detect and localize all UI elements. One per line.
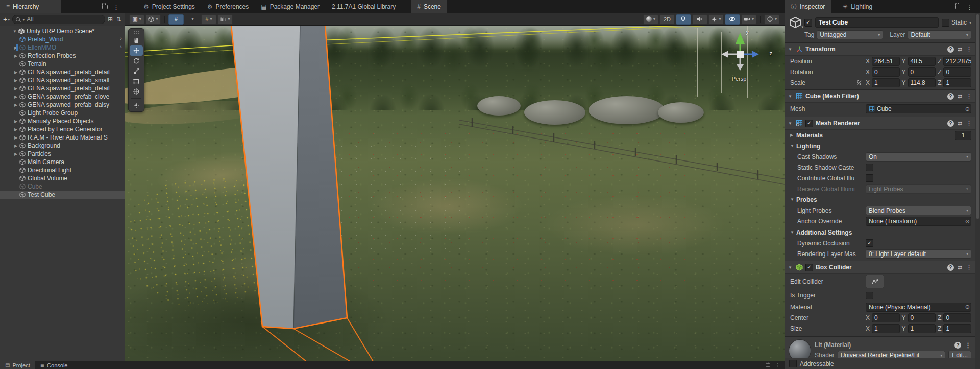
scale-z-field[interactable]: 1 xyxy=(943,78,971,87)
expand-arrow-icon[interactable]: ▶ xyxy=(12,78,19,83)
perspective-label[interactable]: Persp xyxy=(716,76,762,82)
size-z-field[interactable]: 1 xyxy=(943,324,971,333)
lock-icon[interactable] xyxy=(955,5,961,9)
hierarchy-item[interactable]: ▶GENA spawned_prefab_clove xyxy=(0,93,125,101)
mesh-filter-header[interactable]: ▼ Cube (Mesh Filter) ?⇄⋮ xyxy=(785,89,975,103)
hierarchy-item[interactable]: Directional Light xyxy=(0,166,125,174)
grid-visibility-dropdown[interactable]: ▾ xyxy=(185,14,200,25)
hierarchy-item[interactable]: Light Probe Group xyxy=(0,109,125,117)
center-x-field[interactable]: 0 xyxy=(872,313,900,322)
effects-toggle-button[interactable]: ▾ xyxy=(708,14,724,25)
tab-project[interactable]: ▤ Project xyxy=(0,361,35,369)
anchor-override-field[interactable]: None (Transform)⊙ xyxy=(866,217,971,226)
unlink-scale-icon[interactable] xyxy=(855,79,863,86)
x-axis-cone[interactable] xyxy=(721,51,728,58)
expand-arrow-icon[interactable]: ▶ xyxy=(12,95,19,99)
tab-console[interactable]: ≣ Console xyxy=(35,361,73,369)
cast-shadows-dropdown[interactable]: On▾ xyxy=(866,152,971,162)
scale-y-field[interactable]: 114.8 xyxy=(908,78,936,87)
rotation-y-field[interactable]: 0 xyxy=(908,67,936,77)
gizmo-center-cube[interactable] xyxy=(737,51,744,58)
edit-collider-button[interactable] xyxy=(866,275,884,288)
2d-toggle-button[interactable]: 2D xyxy=(659,14,675,25)
gizmos-dropdown-button[interactable]: ▾ xyxy=(764,14,779,25)
kebab-menu-icon[interactable]: ⋮ xyxy=(966,46,972,53)
draw-mode-button[interactable]: ▾ xyxy=(643,14,658,25)
expand-arrow-icon[interactable]: ▶ xyxy=(12,54,19,58)
rotation-z-field[interactable]: 0 xyxy=(943,67,971,77)
scrollbar-thumb[interactable] xyxy=(976,14,979,219)
tab-hierarchy[interactable]: ≡ Hierarchy xyxy=(0,0,61,13)
hierarchy-item[interactable]: ▶GENA spawned_prefab_small xyxy=(0,76,125,84)
kebab-menu-icon[interactable]: ⋮ xyxy=(965,342,971,349)
box-collider-header[interactable]: ▼ ✓ Box Collider ?⇄⋮ xyxy=(785,261,975,274)
tab-inspector[interactable]: ⓘ Inspector xyxy=(785,0,831,13)
help-icon[interactable]: ? xyxy=(947,46,954,53)
additional-settings-foldout[interactable]: ▼Additional Settings xyxy=(785,227,975,238)
audio-mute-toggle[interactable] xyxy=(692,14,707,25)
sort-icon[interactable]: ⇅ xyxy=(115,16,122,23)
rotation-x-field[interactable]: 0 xyxy=(872,67,900,77)
expand-arrow-icon[interactable]: ▶ xyxy=(12,45,19,50)
addressable-checkbox[interactable] xyxy=(789,360,797,367)
lock-icon[interactable] xyxy=(102,5,108,9)
help-icon[interactable]: ? xyxy=(947,264,954,271)
hierarchy-item[interactable]: ▶Reflection Probes xyxy=(0,52,125,60)
tab-scene[interactable]: # Scene xyxy=(411,0,447,13)
tab-project-settings[interactable]: ⚙ Project Settings xyxy=(137,0,201,13)
custom-tool-button[interactable] xyxy=(130,100,143,110)
scene-visibility-toggle[interactable] xyxy=(725,14,740,25)
kebab-menu-icon[interactable]: ⋮ xyxy=(775,362,780,368)
mesh-object-field[interactable]: Cube ⊙ xyxy=(866,104,971,113)
position-x-field[interactable]: 264.51 xyxy=(872,57,900,66)
kebab-menu-icon[interactable]: ⋮ xyxy=(966,4,973,10)
expand-arrow-icon[interactable]: ▶ xyxy=(12,127,19,132)
hierarchy-item[interactable]: ▶Manualy Placed Objects xyxy=(0,117,125,125)
active-checkbox[interactable]: ✓ xyxy=(804,19,812,27)
search-filter-dropdown-icon[interactable]: ▾ xyxy=(22,17,24,22)
light-probes-dropdown[interactable]: Blend Probes▾ xyxy=(866,206,971,215)
transform-header[interactable]: ▼ Transform ?⇄⋮ xyxy=(785,42,975,56)
expand-arrow-icon[interactable]: ▼ xyxy=(11,29,18,34)
scale-x-field[interactable]: 1 xyxy=(872,78,900,87)
rotate-tool-button[interactable] xyxy=(130,56,143,66)
contribute-gi-checkbox[interactable] xyxy=(866,174,873,182)
position-z-field[interactable]: 212.2875 xyxy=(943,57,971,66)
lighting-foldout[interactable]: ▼Lighting xyxy=(785,141,975,151)
center-y-field[interactable]: 0 xyxy=(908,313,936,322)
mesh-renderer-header[interactable]: ▼ ✓ Mesh Renderer ?⇄⋮ xyxy=(785,117,975,130)
hierarchy-item-selected[interactable]: Test Cube xyxy=(0,191,125,199)
help-icon[interactable]: ? xyxy=(947,93,954,100)
expand-arrow-icon[interactable]: ▶ xyxy=(12,70,19,75)
hierarchy-item[interactable]: ▶GENA spawned_prefab_detail xyxy=(0,68,125,76)
expand-arrow-icon[interactable]: ▶ xyxy=(12,135,19,140)
static-shadow-caster-checkbox[interactable] xyxy=(866,164,873,171)
tab-preferences[interactable]: ⚙ Preferences xyxy=(201,0,255,13)
hierarchy-item[interactable]: Prefab_Wind› xyxy=(0,35,125,43)
tab-global-library[interactable]: 2.11.7A1 Global Library xyxy=(326,0,402,13)
hierarchy-item[interactable]: Cube xyxy=(0,182,125,191)
help-icon[interactable]: ? xyxy=(954,342,961,349)
kebab-menu-icon[interactable]: ⋮ xyxy=(113,4,119,10)
open-prefab-chevron-icon[interactable]: › xyxy=(120,43,122,50)
static-dropdown-icon[interactable]: ▾ xyxy=(969,20,971,25)
palette-grip-handle[interactable] xyxy=(133,30,139,35)
inspector-scrollbar[interactable] xyxy=(975,13,980,369)
scene-picking-icon[interactable]: ⊞ xyxy=(107,16,114,23)
physic-material-field[interactable]: None (Physic Material)⊙ xyxy=(866,303,971,312)
object-picker-icon[interactable]: ⊙ xyxy=(965,304,970,310)
scene-lighting-toggle[interactable] xyxy=(676,14,691,25)
hierarchy-item[interactable]: Main Camera xyxy=(0,158,125,166)
grid-snap-button[interactable]: #▾ xyxy=(201,14,216,25)
lock-icon[interactable] xyxy=(766,363,770,367)
hierarchy-item[interactable]: Terrain xyxy=(0,60,125,68)
hierarchy-item[interactable]: ▶GENA spawned_prefab_detail xyxy=(0,84,125,93)
expand-arrow-icon[interactable]: ▶ xyxy=(12,144,19,148)
preset-icon[interactable]: ⇄ xyxy=(958,46,962,53)
preset-icon[interactable]: ⇄ xyxy=(958,93,962,100)
tool-handle-position-button[interactable]: ▣▾ xyxy=(129,14,144,25)
expand-arrow-icon[interactable]: ▶ xyxy=(12,119,19,124)
down-axis-cone[interactable] xyxy=(737,64,744,71)
rect-tool-button[interactable] xyxy=(130,76,143,86)
hierarchy-item[interactable]: ▶Placed by Fence Generator xyxy=(0,125,125,133)
